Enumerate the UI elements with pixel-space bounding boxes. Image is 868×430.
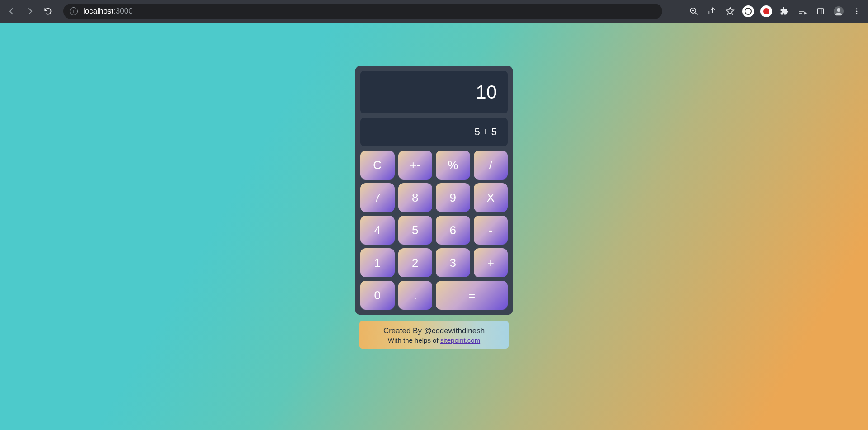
key-6[interactable]: 6 (436, 216, 470, 245)
key-9[interactable]: 9 (436, 183, 470, 212)
bookmark-button[interactable] (722, 4, 738, 19)
credit-line-2: With the helps of sitepoint.com (364, 336, 504, 344)
star-icon (726, 7, 735, 16)
key-0[interactable]: 0 (360, 281, 395, 310)
reload-button[interactable] (40, 3, 56, 19)
address-bar[interactable]: i localhost:3000 (63, 4, 662, 19)
key-minus[interactable]: - (474, 216, 508, 245)
puzzle-icon (780, 7, 789, 16)
credit-line-1: Created By @codewithdinesh (364, 326, 504, 335)
key-sign[interactable]: +- (398, 151, 433, 180)
avatar-icon (833, 6, 844, 17)
key-plus[interactable]: + (474, 248, 508, 277)
music-list-icon (798, 7, 807, 16)
url-text: localhost:3000 (83, 7, 133, 16)
result-value: 10 (476, 81, 497, 103)
key-1[interactable]: 1 (360, 248, 395, 277)
share-icon[interactable] (704, 4, 720, 19)
extension-circle-icon (742, 5, 754, 17)
svg-point-4 (856, 8, 858, 9)
credit-prefix: With the helps of (388, 336, 440, 344)
key-7[interactable]: 7 (360, 183, 395, 212)
profile-button[interactable] (831, 4, 846, 19)
arrow-left-icon (7, 7, 16, 16)
browser-toolbar: i localhost:3000 (0, 0, 868, 23)
calculator: 10 5 + 5 C +- % / 7 8 9 X 4 5 6 - 1 2 3 … (355, 66, 513, 315)
key-8[interactable]: 8 (398, 183, 433, 212)
toolbar-right (686, 4, 864, 19)
key-2[interactable]: 2 (398, 248, 433, 277)
extension-red-icon (760, 5, 772, 17)
magnifier-minus-icon (689, 7, 698, 16)
key-percent[interactable]: % (436, 151, 470, 180)
sidepanel-button[interactable] (813, 4, 828, 19)
credit-link[interactable]: sitepoint.com (440, 336, 480, 344)
svg-point-6 (856, 13, 858, 14)
key-multiply[interactable]: X (474, 183, 508, 212)
page-viewport: 10 5 + 5 C +- % / 7 8 9 X 4 5 6 - 1 2 3 … (0, 23, 868, 430)
key-clear[interactable]: C (360, 151, 395, 180)
share-arrow-icon (708, 7, 717, 16)
key-divide[interactable]: / (474, 151, 508, 180)
svg-point-3 (837, 8, 840, 12)
svg-point-5 (856, 11, 858, 12)
forward-button[interactable] (22, 3, 38, 19)
zoom-icon[interactable] (686, 4, 702, 19)
key-equal[interactable]: = (436, 281, 508, 310)
menu-button[interactable] (849, 4, 864, 19)
expression-value: 5 + 5 (474, 126, 497, 138)
panel-icon (816, 7, 825, 15)
extension-1[interactable] (741, 4, 756, 19)
extension-2[interactable] (759, 4, 774, 19)
reload-icon (43, 7, 52, 16)
expression-display: 5 + 5 (360, 118, 508, 146)
key-5[interactable]: 5 (398, 216, 433, 245)
back-button[interactable] (4, 3, 20, 19)
keypad: C +- % / 7 8 9 X 4 5 6 - 1 2 3 + 0 . = (360, 151, 508, 310)
extensions-button[interactable] (777, 4, 792, 19)
kebab-icon (853, 7, 861, 15)
site-info-icon[interactable]: i (70, 7, 78, 15)
key-4[interactable]: 4 (360, 216, 395, 245)
key-3[interactable]: 3 (436, 248, 470, 277)
svg-rect-1 (817, 9, 824, 14)
playlist-icon[interactable] (795, 4, 810, 19)
key-dot[interactable]: . (398, 281, 433, 310)
result-display: 10 (360, 71, 508, 113)
credit-box: Created By @codewithdinesh With the help… (359, 321, 509, 349)
arrow-right-icon (25, 7, 34, 16)
